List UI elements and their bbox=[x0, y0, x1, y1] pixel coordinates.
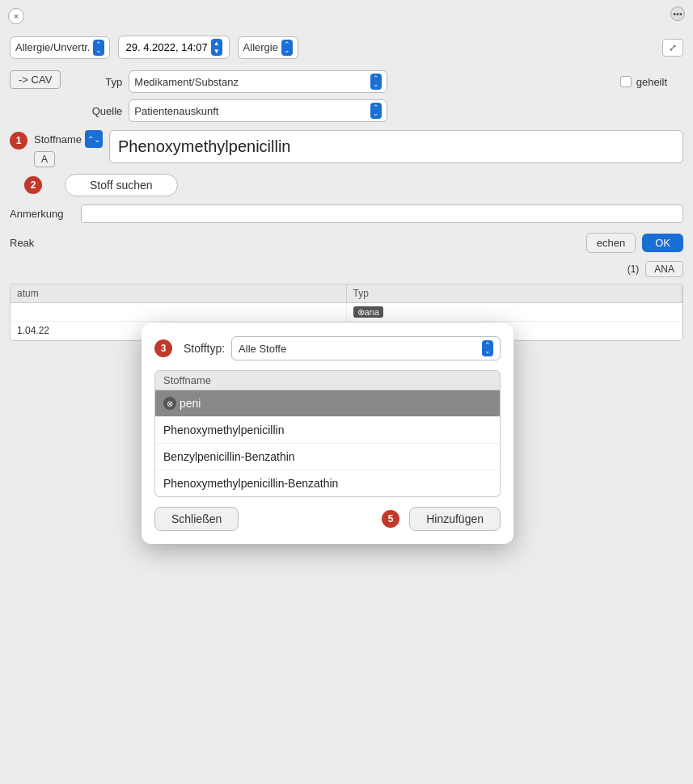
popup-overlay: 3 Stofftyp: Alle Stoffe Stoffname 4 ⊗ pe… bbox=[142, 323, 513, 544]
typ-row: Typ Medikament/Substanz geheilt bbox=[74, 70, 683, 93]
stoffname-controls: Stoffname ⌃⌄ A bbox=[34, 130, 103, 167]
ana-count: (1) bbox=[628, 263, 640, 275]
popup-list: 4 ⊗ peni Phenoxymethylpenicillin Benzylp… bbox=[154, 390, 501, 497]
anmerkung-label: Anmerkung bbox=[10, 208, 74, 220]
step-badge-5: 5 bbox=[382, 510, 399, 528]
font-button[interactable]: A bbox=[34, 151, 55, 167]
options-button[interactable]: ••• bbox=[670, 6, 685, 21]
main-panel: × ••• Allergie/Unvertr. 29. 4.2022, 14:0… bbox=[0, 0, 693, 784]
search-clear-icon[interactable]: ⊗ bbox=[163, 397, 176, 410]
quelle-select[interactable]: Patientenauskunft bbox=[129, 99, 387, 122]
col-typ: Typ bbox=[347, 285, 683, 302]
abbrechen-button[interactable]: echen bbox=[586, 233, 636, 253]
datetime-picker[interactable]: 29. 4.2022, 14:07 ▲ ▼ bbox=[118, 36, 229, 59]
cell-typ-1: ⊗ana bbox=[347, 303, 683, 321]
form-section: Typ Medikament/Substanz geheilt Quelle P… bbox=[74, 70, 683, 122]
close-button[interactable]: × bbox=[8, 8, 24, 24]
col-datum: atum bbox=[11, 285, 347, 302]
stepper-up-icon: ▲ bbox=[213, 40, 220, 48]
schliessen-button[interactable]: Schließen bbox=[154, 507, 239, 531]
action-row: Reak echen OK bbox=[0, 228, 693, 258]
datetime-stepper[interactable]: ▲ ▼ bbox=[211, 39, 222, 56]
popup-stofftyp-row: 3 Stofftyp: Alle Stoffe bbox=[154, 336, 501, 360]
stoffname-display: Phenoxymethylpenicillin bbox=[109, 130, 683, 163]
step-badge-3: 3 bbox=[154, 339, 172, 357]
stoffname-label: Stoffname bbox=[34, 133, 82, 145]
geheilt-checkbox[interactable] bbox=[620, 76, 632, 87]
stoff-suchen-row: 2 Stoff suchen bbox=[0, 171, 693, 200]
close-icon: × bbox=[14, 11, 19, 21]
popup-item-2[interactable]: Benzylpenicillin-Benzathin bbox=[155, 444, 500, 470]
quelle-value: Patientenauskunft bbox=[134, 105, 367, 117]
popup-stofftyp-value: Alle Stoffe bbox=[239, 343, 479, 355]
stoffname-input-area: Phenoxymethylpenicillin bbox=[109, 130, 683, 163]
cav-row: -> CAV Typ Medikament/Substanz geheilt Q… bbox=[0, 65, 693, 127]
type-dropdown[interactable]: Allergie bbox=[238, 36, 298, 59]
table-header: atum Typ bbox=[11, 285, 682, 303]
typ-select[interactable]: Medikament/Substanz bbox=[129, 70, 387, 93]
hinzufugen-button[interactable]: Hinzufügen bbox=[409, 507, 501, 531]
popup-list-header: Stoffname bbox=[154, 370, 501, 390]
reaction-label: Reak bbox=[10, 237, 34, 249]
geheilt-row: geheilt bbox=[620, 76, 683, 88]
ana-row: (1) ANA bbox=[0, 258, 693, 280]
quelle-row: Quelle Patientenauskunft bbox=[74, 99, 683, 122]
stepper-down-icon: ▼ bbox=[213, 48, 220, 56]
anmerkung-row: Anmerkung bbox=[0, 200, 693, 228]
tag-icon-1: ⊗ bbox=[357, 307, 365, 317]
tag-ana-1: ⊗ana bbox=[353, 306, 383, 318]
typ-label: Typ bbox=[74, 76, 122, 88]
table-row-1[interactable]: ⊗ana bbox=[11, 303, 682, 322]
expand-button[interactable]: ⤢ bbox=[662, 39, 683, 57]
popup-bottom-row: Schließen 5 Hinzufügen bbox=[154, 507, 501, 531]
category-dropdown[interactable]: Allergie/Unvertr. bbox=[10, 36, 110, 59]
stoff-suchen-button[interactable]: Stoff suchen bbox=[65, 174, 178, 196]
popup-item-1[interactable]: Phenoxymethylpenicillin bbox=[155, 417, 500, 444]
stoffname-row: 1 Stoffname ⌃⌄ A Phenoxymethylpenicillin bbox=[0, 127, 693, 171]
popup-search-item[interactable]: 4 ⊗ peni bbox=[155, 390, 500, 417]
datetime-value: 29. 4.2022, 14:07 bbox=[125, 41, 207, 53]
quelle-label: Quelle bbox=[74, 105, 122, 117]
toolbar-row: Allergie/Unvertr. 29. 4.2022, 14:07 ▲ ▼ … bbox=[0, 29, 693, 65]
typ-value: Medikament/Substanz bbox=[134, 76, 367, 88]
category-label: Allergie/Unvertr. bbox=[15, 41, 90, 53]
cell-datum-1 bbox=[11, 303, 347, 321]
geheilt-label: geheilt bbox=[636, 76, 667, 88]
ok-button[interactable]: OK bbox=[642, 234, 683, 252]
stoffname-selector: Stoffname ⌃⌄ bbox=[34, 130, 103, 148]
type-arrow[interactable] bbox=[281, 40, 293, 56]
step-badge-1: 1 bbox=[10, 132, 27, 150]
cav-button[interactable]: -> CAV bbox=[10, 70, 61, 89]
typ-arrow[interactable] bbox=[370, 74, 382, 90]
step-badge-2: 2 bbox=[24, 176, 42, 194]
quelle-arrow[interactable] bbox=[370, 103, 382, 119]
category-arrow[interactable] bbox=[93, 40, 104, 56]
popup-stofftyp-label: Stofftyp: bbox=[184, 342, 225, 355]
search-text: peni bbox=[180, 397, 201, 410]
options-area: ••• bbox=[670, 6, 685, 21]
stoffname-select-btn[interactable]: ⌃⌄ bbox=[85, 130, 103, 148]
popup-stofftyp-arrow[interactable] bbox=[482, 340, 493, 356]
stoffname-select-arrow: ⌃⌄ bbox=[87, 135, 100, 144]
search-input-row: ⊗ peni bbox=[163, 397, 492, 410]
type-label: Allergie bbox=[243, 41, 278, 53]
popup-item-3[interactable]: Phenoxymethylpenicillin-Benzathin bbox=[155, 470, 500, 496]
expand-icon: ⤢ bbox=[669, 42, 677, 53]
anmerkung-input[interactable] bbox=[81, 204, 683, 223]
popup-stofftyp-select[interactable]: Alle Stoffe bbox=[231, 336, 501, 360]
ana-button[interactable]: ANA bbox=[645, 261, 683, 277]
